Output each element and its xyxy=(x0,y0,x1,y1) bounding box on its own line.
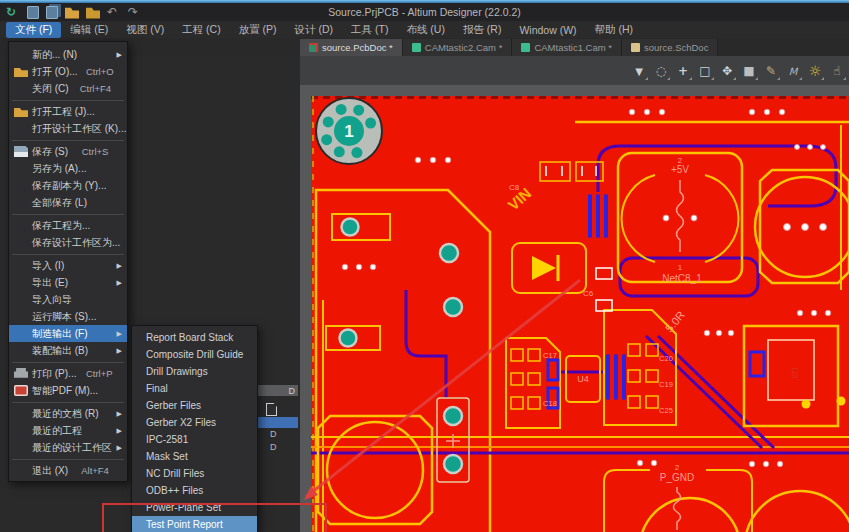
quickbar-icon[interactable]: ↻ xyxy=(6,6,20,19)
toolbar-icon[interactable] xyxy=(651,61,671,81)
menu-item[interactable]: 退出 (X) Alt+F4 xyxy=(9,462,127,479)
document-tab[interactable]: source.SchDoc xyxy=(622,39,718,56)
menu-item[interactable]: 打开工程 (J)... xyxy=(9,103,127,120)
submenu-item[interactable]: Composite Drill Guide xyxy=(132,346,257,363)
menu-item[interactable]: 最近的工程 ▶ xyxy=(9,422,127,439)
rail-label: +5V xyxy=(671,164,689,175)
ref-c20: C20 xyxy=(659,354,673,363)
menu-item-icon xyxy=(14,277,28,288)
toolbar-icon[interactable] xyxy=(695,61,715,81)
menubar-item[interactable]: 布线 (U) xyxy=(397,22,454,38)
menu-item[interactable]: 保存副本为 (Y)... xyxy=(9,177,127,194)
quickbar-icon[interactable] xyxy=(46,6,58,19)
menu-item-label: 最近的文档 (R) xyxy=(32,407,99,421)
submenu-item-label: Drill Drawings xyxy=(146,366,208,377)
menu-item-icon xyxy=(14,465,28,476)
submenu-item[interactable]: Report Board Stack xyxy=(132,329,257,346)
menubar-item[interactable]: 视图 (V) xyxy=(117,22,173,38)
menu-item-icon xyxy=(14,408,28,419)
toolbar-icon[interactable] xyxy=(629,61,649,81)
fiducial-number: 1 xyxy=(344,122,353,141)
menu-item[interactable]: 新的... (N) ▶ xyxy=(9,46,127,63)
submenu-item[interactable]: Gerber Files xyxy=(132,397,257,414)
menu-item-icon xyxy=(14,237,28,248)
menu-item-icon xyxy=(14,368,28,379)
submenu-arrow-icon: ▶ xyxy=(117,410,122,418)
menubar-item[interactable]: 编辑 (E) xyxy=(61,22,117,38)
document-tab[interactable]: CAMtastic2.Cam * xyxy=(403,39,513,56)
menu-item-icon xyxy=(14,83,28,94)
menu-item-icon xyxy=(14,197,28,208)
menu-item[interactable]: 保存工程为... xyxy=(9,217,127,234)
menu-item[interactable]: 打开设计工作区 (K)... xyxy=(9,120,127,137)
pcb-board-view: 1 VIN 2 +5V 1 NetC8_1 C6 C8 C17 C18 C20 … xyxy=(300,85,849,532)
menubar-item[interactable]: 工具 (T) xyxy=(342,22,397,38)
altium-designer-window: 1 VIN 2 +5V 1 NetC8_1 C6 C8 C17 C18 C20 … xyxy=(0,0,849,532)
menu-item[interactable]: 保存 (S) Ctrl+S xyxy=(9,143,127,160)
submenu-item-label: Gerber Files xyxy=(146,400,201,411)
menubar-item[interactable]: Window (W) xyxy=(510,23,585,37)
toolbar-icon[interactable] xyxy=(717,61,737,81)
document-tab-label: source.PcbDoc * xyxy=(322,42,393,53)
menu-item[interactable]: 打开 (O)... Ctrl+O xyxy=(9,63,127,80)
menu-item[interactable]: 打印 (P)... Ctrl+P xyxy=(9,365,127,382)
menu-item[interactable]: 全部保存 (L) xyxy=(9,194,127,211)
menu-item[interactable]: 导出 (E) ▶ xyxy=(9,274,127,291)
document-tab[interactable]: CAMtastic1.Cam * xyxy=(512,39,622,56)
submenu-arrow-icon: ▶ xyxy=(117,427,122,435)
toolbar-icon[interactable] xyxy=(805,61,825,81)
menubar-item[interactable]: 报告 (R) xyxy=(454,22,511,38)
menu-item-icon xyxy=(14,385,28,396)
submenu-item[interactable]: Gerber X2 Files xyxy=(132,414,257,431)
menu-item-label: 智能PDF (M)... xyxy=(32,384,98,398)
menu-item-label: 最近的设计工作区 xyxy=(32,441,112,455)
toolbar-icon[interactable] xyxy=(783,61,803,81)
toolbar-icon[interactable] xyxy=(761,61,781,81)
submenu-item[interactable]: Mask Set xyxy=(132,448,257,465)
submenu-item[interactable]: Drill Drawings xyxy=(132,363,257,380)
quickbar-icon[interactable] xyxy=(27,6,39,19)
submenu-item[interactable]: ODB++ Files xyxy=(132,482,257,499)
submenu-arrow-icon: ▶ xyxy=(117,51,122,59)
menubar-item[interactable]: 设计 (D) xyxy=(286,22,343,38)
menubar-item[interactable]: 放置 (P) xyxy=(230,22,286,38)
quick-access-toolbar: ↻↶↷ xyxy=(6,4,142,20)
quickbar-icon[interactable]: ↷ xyxy=(128,6,142,19)
submenu-arrow-icon: ▶ xyxy=(117,347,122,355)
menu-item[interactable]: 装配输出 (B) ▶ xyxy=(9,342,127,359)
menu-item[interactable]: 另存为 (A)... xyxy=(9,160,127,177)
toolbar-icon[interactable] xyxy=(739,61,759,81)
pcb-editor-canvas[interactable]: 1 VIN 2 +5V 1 NetC8_1 C6 C8 C17 C18 C20 … xyxy=(300,85,849,532)
menubar-item[interactable]: 工程 (C) xyxy=(173,22,230,38)
menu-item-shortcut: Alt+F4 xyxy=(81,465,109,476)
ref-c8: C8 xyxy=(509,183,520,192)
document-tab[interactable]: source.PcbDoc * xyxy=(300,39,403,56)
toolbar-icon[interactable] xyxy=(673,61,693,81)
menu-item-icon xyxy=(14,442,28,453)
menu-item[interactable]: 最近的设计工作区 ▶ xyxy=(9,439,127,456)
toolbar-icon[interactable] xyxy=(827,61,847,81)
menu-item-label: 全部保存 (L) xyxy=(32,196,87,210)
quickbar-icon[interactable]: ↶ xyxy=(107,6,121,19)
menu-item-icon xyxy=(14,180,28,191)
submenu-item[interactable]: Final xyxy=(132,380,257,397)
menu-item[interactable]: 保存设计工作区为... xyxy=(9,234,127,251)
menu-item-icon xyxy=(14,49,28,60)
menu-item[interactable]: 运行脚本 (S)... xyxy=(9,308,127,325)
title-bar[interactable]: Source.PrjPCB - Altium Designer (22.0.2)… xyxy=(0,3,849,21)
menubar-item[interactable]: 帮助 (H) xyxy=(586,22,643,38)
menu-item-label: 关闭 (C) xyxy=(32,82,69,96)
menu-item[interactable]: 关闭 (C) Ctrl+F4 xyxy=(9,80,127,97)
menu-item[interactable]: 最近的文档 (R) ▶ xyxy=(9,405,127,422)
menubar-item[interactable]: 文件 (F) xyxy=(6,22,61,38)
submenu-arrow-icon: ▶ xyxy=(117,330,122,338)
menu-item[interactable]: 导入向导 xyxy=(9,291,127,308)
quickbar-icon[interactable] xyxy=(86,6,100,19)
submenu-item[interactable]: IPC-2581 xyxy=(132,431,257,448)
menu-item[interactable]: 导入 (I) ▶ xyxy=(9,257,127,274)
quickbar-icon[interactable] xyxy=(65,6,79,19)
menu-item[interactable]: 制造输出 (F) ▶ xyxy=(9,325,127,342)
submenu-item[interactable]: NC Drill Files xyxy=(132,465,257,482)
menu-item-shortcut: Ctrl+P xyxy=(86,368,113,379)
menu-item[interactable]: 智能PDF (M)... xyxy=(9,382,127,399)
